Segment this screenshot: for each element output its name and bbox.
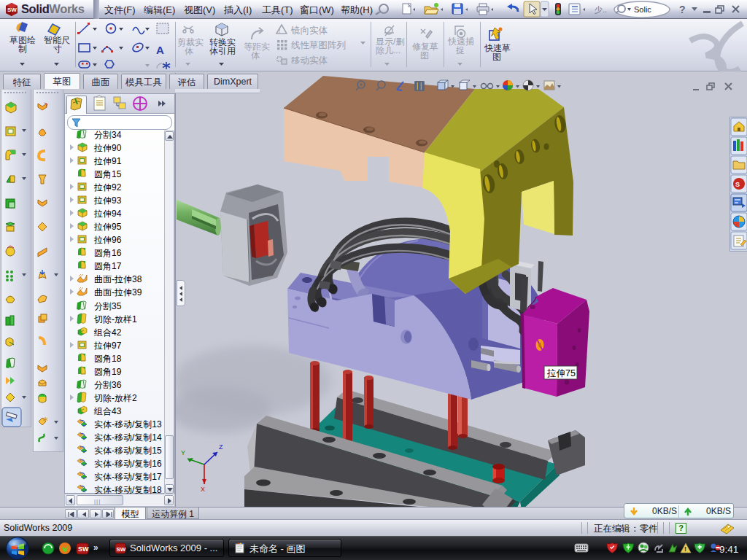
svg-text:图: 图 <box>492 52 501 62</box>
svg-text:Y: Y <box>181 449 185 456</box>
svg-text:寸: 寸 <box>53 44 62 54</box>
svg-text:SW: SW <box>7 7 17 13</box>
svg-text:体引用: 体引用 <box>209 46 236 56</box>
svg-text:Z: Z <box>219 443 223 451</box>
svg-text:»: » <box>93 542 98 553</box>
svg-text:体: 体 <box>185 46 193 56</box>
svg-text:SW: SW <box>117 546 126 553</box>
svg-text:镜向实体: 镜向实体 <box>290 26 328 36</box>
svg-text:?: ? <box>679 4 686 15</box>
svg-text:除几...: 除几... <box>376 45 400 55</box>
svg-text:X: X <box>201 486 205 493</box>
svg-text:拉伸75: 拉伸75 <box>546 368 576 378</box>
svg-text:9:41: 9:41 <box>719 544 738 555</box>
svg-text:A: A <box>156 44 164 56</box>
svg-text:制: 制 <box>18 44 27 54</box>
svg-text:!: ! <box>684 545 686 553</box>
svg-text:体: 体 <box>251 50 260 61</box>
svg-text:移动实体: 移动实体 <box>291 55 328 66</box>
svg-text:线性草图阵列: 线性草图阵列 <box>291 40 346 50</box>
svg-text:S: S <box>735 181 740 188</box>
svg-text:SW: SW <box>78 545 89 553</box>
svg-text:图: 图 <box>420 50 429 61</box>
svg-text:!: ! <box>279 27 281 34</box>
svg-text:少..: 少.. <box>595 5 607 14</box>
svg-text:Solic: Solic <box>634 5 651 14</box>
svg-text:捉: 捉 <box>455 45 465 55</box>
